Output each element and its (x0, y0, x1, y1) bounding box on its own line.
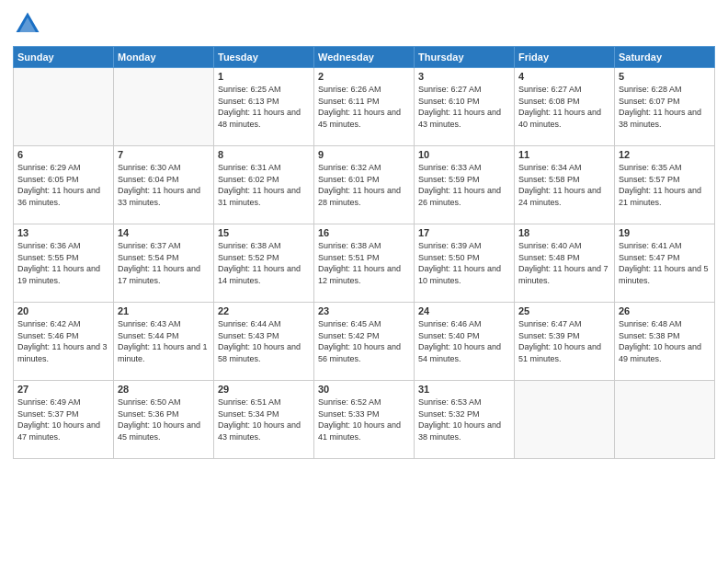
header (13, 9, 715, 39)
calendar-day-cell: 10Sunrise: 6:33 AMSunset: 5:59 PMDayligh… (415, 146, 515, 224)
calendar-day-cell (615, 381, 715, 459)
day-number: 3 (418, 71, 510, 82)
day-info: Sunrise: 6:41 AMSunset: 5:47 PMDaylight:… (619, 240, 711, 286)
day-number: 18 (518, 227, 610, 238)
weekday-header-sunday: Sunday (14, 47, 114, 68)
day-info: Sunrise: 6:38 AMSunset: 5:51 PMDaylight:… (318, 240, 410, 286)
day-info: Sunrise: 6:27 AMSunset: 6:10 PMDaylight:… (418, 84, 510, 130)
calendar-day-cell: 19Sunrise: 6:41 AMSunset: 5:47 PMDayligh… (615, 224, 715, 303)
weekday-header-tuesday: Tuesday (214, 47, 314, 68)
day-number: 14 (118, 227, 210, 238)
day-number: 19 (619, 227, 711, 238)
weekday-header-thursday: Thursday (415, 47, 515, 68)
day-number: 8 (218, 149, 310, 160)
calendar-day-cell: 20Sunrise: 6:42 AMSunset: 5:46 PMDayligh… (14, 303, 114, 381)
calendar-day-cell: 29Sunrise: 6:51 AMSunset: 5:34 PMDayligh… (214, 381, 314, 459)
day-number: 12 (619, 149, 711, 160)
weekday-header-saturday: Saturday (615, 47, 715, 68)
day-info: Sunrise: 6:47 AMSunset: 5:39 PMDaylight:… (518, 318, 610, 364)
calendar-day-cell: 31Sunrise: 6:53 AMSunset: 5:32 PMDayligh… (415, 381, 515, 459)
calendar-day-cell: 13Sunrise: 6:36 AMSunset: 5:55 PMDayligh… (14, 224, 114, 303)
day-number: 20 (17, 305, 109, 316)
calendar-day-cell: 15Sunrise: 6:38 AMSunset: 5:52 PMDayligh… (214, 224, 314, 303)
calendar-day-cell: 25Sunrise: 6:47 AMSunset: 5:39 PMDayligh… (515, 303, 615, 381)
calendar-day-cell: 11Sunrise: 6:34 AMSunset: 5:58 PMDayligh… (515, 146, 615, 224)
day-info: Sunrise: 6:35 AMSunset: 5:57 PMDaylight:… (619, 162, 711, 208)
day-number: 21 (118, 305, 210, 316)
day-info: Sunrise: 6:34 AMSunset: 5:58 PMDaylight:… (518, 162, 610, 208)
day-info: Sunrise: 6:48 AMSunset: 5:38 PMDaylight:… (619, 318, 711, 364)
calendar-day-cell: 12Sunrise: 6:35 AMSunset: 5:57 PMDayligh… (615, 146, 715, 224)
calendar-day-cell: 26Sunrise: 6:48 AMSunset: 5:38 PMDayligh… (615, 303, 715, 381)
calendar-day-cell: 8Sunrise: 6:31 AMSunset: 6:02 PMDaylight… (214, 146, 314, 224)
day-number: 23 (318, 305, 410, 316)
day-info: Sunrise: 6:33 AMSunset: 5:59 PMDaylight:… (418, 162, 510, 208)
calendar-day-cell: 17Sunrise: 6:39 AMSunset: 5:50 PMDayligh… (415, 224, 515, 303)
weekday-header-wednesday: Wednesday (314, 47, 415, 68)
calendar-day-cell: 16Sunrise: 6:38 AMSunset: 5:51 PMDayligh… (314, 224, 415, 303)
day-number: 30 (318, 384, 410, 395)
day-number: 17 (418, 227, 510, 238)
day-info: Sunrise: 6:32 AMSunset: 6:01 PMDaylight:… (318, 162, 410, 208)
calendar-day-cell: 4Sunrise: 6:27 AMSunset: 6:08 PMDaylight… (515, 68, 615, 146)
day-number: 29 (218, 384, 310, 395)
day-number: 22 (218, 305, 310, 316)
day-info: Sunrise: 6:38 AMSunset: 5:52 PMDaylight:… (218, 240, 310, 286)
calendar-day-cell: 3Sunrise: 6:27 AMSunset: 6:10 PMDaylight… (415, 68, 515, 146)
calendar-week-row: 20Sunrise: 6:42 AMSunset: 5:46 PMDayligh… (14, 303, 715, 381)
page: SundayMondayTuesdayWednesdayThursdayFrid… (0, 0, 728, 563)
day-info: Sunrise: 6:29 AMSunset: 6:05 PMDaylight:… (17, 162, 109, 208)
day-number: 5 (619, 71, 711, 82)
day-info: Sunrise: 6:26 AMSunset: 6:11 PMDaylight:… (318, 84, 410, 130)
day-number: 2 (318, 71, 410, 82)
calendar-day-cell: 28Sunrise: 6:50 AMSunset: 5:36 PMDayligh… (114, 381, 214, 459)
day-number: 27 (17, 384, 109, 395)
day-info: Sunrise: 6:28 AMSunset: 6:07 PMDaylight:… (619, 84, 711, 130)
day-info: Sunrise: 6:31 AMSunset: 6:02 PMDaylight:… (218, 162, 310, 208)
calendar-week-row: 6Sunrise: 6:29 AMSunset: 6:05 PMDaylight… (14, 146, 715, 224)
weekday-header-monday: Monday (114, 47, 214, 68)
calendar-day-cell: 22Sunrise: 6:44 AMSunset: 5:43 PMDayligh… (214, 303, 314, 381)
day-info: Sunrise: 6:25 AMSunset: 6:13 PMDaylight:… (218, 84, 310, 130)
day-info: Sunrise: 6:44 AMSunset: 5:43 PMDaylight:… (218, 318, 310, 364)
day-number: 7 (118, 149, 210, 160)
day-info: Sunrise: 6:27 AMSunset: 6:08 PMDaylight:… (518, 84, 610, 130)
day-number: 15 (218, 227, 310, 238)
day-info: Sunrise: 6:40 AMSunset: 5:48 PMDaylight:… (518, 240, 610, 286)
day-info: Sunrise: 6:50 AMSunset: 5:36 PMDaylight:… (118, 396, 210, 442)
calendar-week-row: 27Sunrise: 6:49 AMSunset: 5:37 PMDayligh… (14, 381, 715, 459)
calendar-day-cell (114, 68, 214, 146)
weekday-header-friday: Friday (515, 47, 615, 68)
day-number: 24 (418, 305, 510, 316)
calendar-day-cell: 24Sunrise: 6:46 AMSunset: 5:40 PMDayligh… (415, 303, 515, 381)
calendar-day-cell (14, 68, 114, 146)
day-number: 6 (17, 149, 109, 160)
calendar-day-cell: 5Sunrise: 6:28 AMSunset: 6:07 PMDaylight… (615, 68, 715, 146)
day-info: Sunrise: 6:37 AMSunset: 5:54 PMDaylight:… (118, 240, 210, 286)
calendar-day-cell: 18Sunrise: 6:40 AMSunset: 5:48 PMDayligh… (515, 224, 615, 303)
day-info: Sunrise: 6:51 AMSunset: 5:34 PMDaylight:… (218, 396, 310, 442)
day-info: Sunrise: 6:43 AMSunset: 5:44 PMDaylight:… (118, 318, 210, 364)
day-number: 4 (518, 71, 610, 82)
calendar-day-cell: 30Sunrise: 6:52 AMSunset: 5:33 PMDayligh… (314, 381, 415, 459)
day-number: 11 (518, 149, 610, 160)
day-number: 28 (118, 384, 210, 395)
calendar-day-cell: 23Sunrise: 6:45 AMSunset: 5:42 PMDayligh… (314, 303, 415, 381)
logo (13, 9, 46, 39)
day-number: 1 (218, 71, 310, 82)
day-info: Sunrise: 6:30 AMSunset: 6:04 PMDaylight:… (118, 162, 210, 208)
day-info: Sunrise: 6:53 AMSunset: 5:32 PMDaylight:… (418, 396, 510, 442)
day-info: Sunrise: 6:52 AMSunset: 5:33 PMDaylight:… (318, 396, 410, 442)
calendar-day-cell: 1Sunrise: 6:25 AMSunset: 6:13 PMDaylight… (214, 68, 314, 146)
day-number: 25 (518, 305, 610, 316)
day-info: Sunrise: 6:39 AMSunset: 5:50 PMDaylight:… (418, 240, 510, 286)
calendar-day-cell: 7Sunrise: 6:30 AMSunset: 6:04 PMDaylight… (114, 146, 214, 224)
calendar-day-cell: 9Sunrise: 6:32 AMSunset: 6:01 PMDaylight… (314, 146, 415, 224)
calendar-day-cell: 27Sunrise: 6:49 AMSunset: 5:37 PMDayligh… (14, 381, 114, 459)
calendar-week-row: 1Sunrise: 6:25 AMSunset: 6:13 PMDaylight… (14, 68, 715, 146)
calendar-day-cell: 6Sunrise: 6:29 AMSunset: 6:05 PMDaylight… (14, 146, 114, 224)
calendar-day-cell (515, 381, 615, 459)
day-info: Sunrise: 6:46 AMSunset: 5:40 PMDaylight:… (418, 318, 510, 364)
calendar-day-cell: 14Sunrise: 6:37 AMSunset: 5:54 PMDayligh… (114, 224, 214, 303)
day-number: 10 (418, 149, 510, 160)
